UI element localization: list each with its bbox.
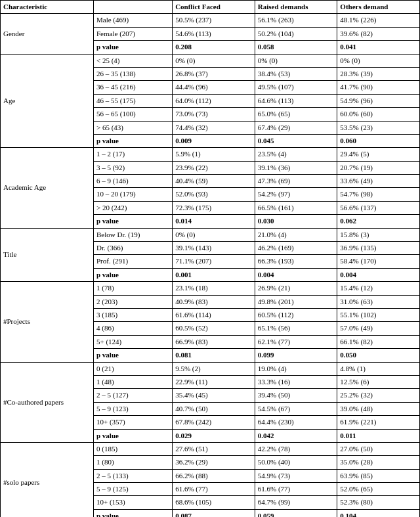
sub-label: 10+ (153) — [94, 496, 173, 509]
others-value: 28.3% (39) — [337, 67, 420, 80]
raised-value: 42.2% (78) — [255, 442, 337, 455]
raised-value: 0% (0) — [255, 54, 337, 67]
raised-value: 0.004 — [255, 268, 337, 281]
sub-label: < 25 (4) — [94, 54, 173, 67]
conflict-value: 60.5% (52) — [173, 322, 255, 335]
conflict-value: 61.6% (77) — [173, 483, 255, 496]
conflict-value: 39.1% (143) — [173, 242, 255, 255]
conflict-value: 27.6% (51) — [173, 442, 255, 455]
raised-value: 50.2% (104) — [255, 27, 337, 40]
others-value: 27.0% (50) — [337, 442, 420, 455]
conflict-value: 0.208 — [173, 41, 255, 54]
conflict-value: 0.001 — [173, 268, 255, 281]
sub-label: 26 – 35 (138) — [94, 67, 173, 80]
others-value: 39.6% (82) — [337, 27, 420, 40]
others-value: 0.060 — [337, 134, 420, 147]
raised-value: 0.058 — [255, 41, 337, 54]
others-value: 0.062 — [337, 215, 420, 228]
conflict-value: 22.9% (11) — [173, 375, 255, 388]
others-value: 35.0% (28) — [337, 456, 420, 469]
conflict-value: 71.1% (207) — [173, 255, 255, 268]
sub-label: 5+ (124) — [94, 335, 173, 348]
raised-value: 54.2% (97) — [255, 188, 337, 201]
characteristic-label: #Projects — [1, 282, 94, 362]
raised-value: 46.2% (169) — [255, 242, 337, 255]
table-row: Academic Age1 – 2 (17)5.9% (1)23.5% (4)2… — [1, 148, 420, 161]
others-value: 55.1% (102) — [337, 308, 420, 321]
sub-label: Below Dr. (19) — [94, 228, 173, 241]
others-value: 29.4% (5) — [337, 148, 420, 161]
sub-label: p value — [94, 429, 173, 442]
conflict-value: 50.5% (237) — [173, 14, 255, 27]
conflict-value: 72.3% (175) — [173, 201, 255, 214]
others-value: 52.3% (80) — [337, 496, 420, 509]
sub-label: p value — [94, 41, 173, 54]
sub-label: > 20 (242) — [94, 201, 173, 214]
conflict-value: 66.9% (83) — [173, 335, 255, 348]
raised-value: 38.4% (53) — [255, 67, 337, 80]
raised-value: 66.5% (161) — [255, 201, 337, 214]
characteristic-label: Gender — [1, 14, 94, 54]
others-value: 0.104 — [337, 509, 420, 517]
table-row: TitleBelow Dr. (19)0% (0)21.0% (4)15.8% … — [1, 228, 420, 241]
raised-value: 60.5% (112) — [255, 308, 337, 321]
header-characteristic: Characteristic — [1, 1, 94, 14]
sub-label: 2 – 5 (133) — [94, 469, 173, 482]
sub-label: 5 – 9 (125) — [94, 483, 173, 496]
others-value: 52.0% (65) — [337, 483, 420, 496]
conflict-value: 0.087 — [173, 509, 255, 517]
conflict-value: 64.0% (112) — [173, 94, 255, 107]
raised-value: 0.059 — [255, 509, 337, 517]
conflict-value: 67.8% (242) — [173, 416, 255, 429]
others-value: 25.2% (32) — [337, 389, 420, 402]
characteristic-label: Academic Age — [1, 148, 94, 228]
conflict-value: 0.009 — [173, 134, 255, 147]
sub-label: 36 – 45 (216) — [94, 81, 173, 94]
sub-label: p value — [94, 349, 173, 362]
statistics-table: Characteristic Conflict Faced Raised dem… — [0, 0, 420, 517]
sub-label: 4 (86) — [94, 322, 173, 335]
others-value: 63.9% (85) — [337, 469, 420, 482]
others-value: 0% (0) — [337, 54, 420, 67]
raised-value: 65.0% (65) — [255, 108, 337, 121]
conflict-value: 36.2% (29) — [173, 456, 255, 469]
conflict-value: 40.9% (83) — [173, 295, 255, 308]
raised-value: 54.9% (73) — [255, 469, 337, 482]
sub-label: p value — [94, 215, 173, 228]
others-value: 31.0% (63) — [337, 295, 420, 308]
raised-value: 0.030 — [255, 215, 337, 228]
table-row: Age< 25 (4)0% (0)0% (0)0% (0) — [1, 54, 420, 67]
conflict-value: 74.4% (32) — [173, 121, 255, 134]
table-row: #Projects1 (78)23.1% (18)26.9% (21)15.4%… — [1, 282, 420, 295]
raised-value: 0.042 — [255, 429, 337, 442]
sub-label: Dr. (366) — [94, 242, 173, 255]
sub-label: 0 (21) — [94, 362, 173, 375]
others-value: 53.5% (23) — [337, 121, 420, 134]
others-value: 33.6% (49) — [337, 175, 420, 188]
raised-value: 39.1% (36) — [255, 161, 337, 174]
sub-label: p value — [94, 134, 173, 147]
sub-label: 46 – 55 (175) — [94, 94, 173, 107]
sub-label: Female (207) — [94, 27, 173, 40]
raised-value: 19.0% (4) — [255, 362, 337, 375]
raised-value: 49.8% (201) — [255, 295, 337, 308]
conflict-value: 0% (0) — [173, 54, 255, 67]
raised-value: 62.1% (77) — [255, 335, 337, 348]
conflict-value: 0.029 — [173, 429, 255, 442]
characteristic-label: #Co-authored papers — [1, 362, 94, 442]
others-value: 0.050 — [337, 349, 420, 362]
raised-value: 65.1% (56) — [255, 322, 337, 335]
sub-label: Male (469) — [94, 14, 173, 27]
sub-label: 0 (185) — [94, 442, 173, 455]
conflict-value: 44.4% (96) — [173, 81, 255, 94]
table-row: #solo papers0 (185)27.6% (51)42.2% (78)2… — [1, 442, 420, 455]
conflict-value: 68.6% (105) — [173, 496, 255, 509]
sub-label: 10+ (357) — [94, 416, 173, 429]
header-sub — [94, 1, 173, 14]
sub-label: 1 (78) — [94, 282, 173, 295]
conflict-value: 40.4% (59) — [173, 175, 255, 188]
others-value: 39.0% (48) — [337, 402, 420, 415]
conflict-value: 61.6% (114) — [173, 308, 255, 321]
raised-value: 0.045 — [255, 134, 337, 147]
sub-label: 6 – 9 (146) — [94, 175, 173, 188]
